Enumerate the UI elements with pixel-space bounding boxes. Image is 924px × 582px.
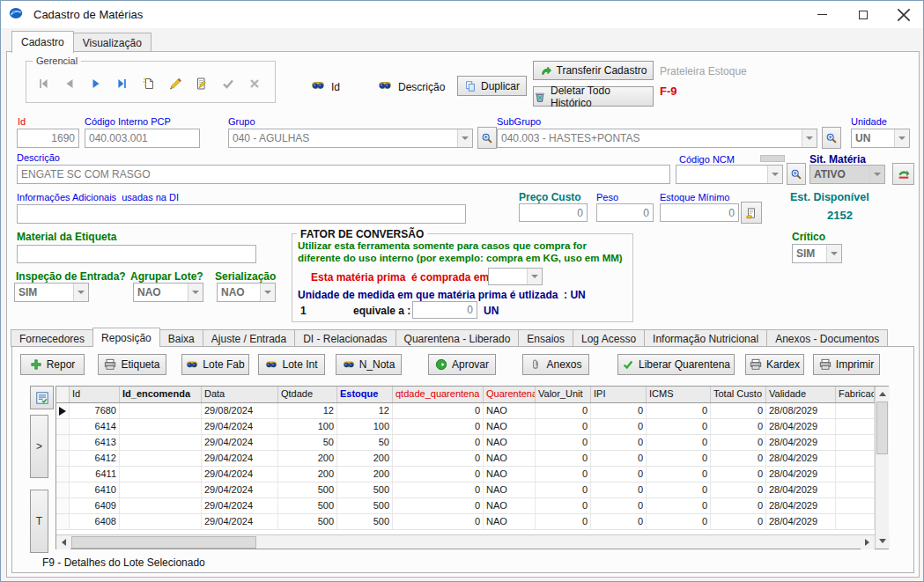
grid-column-header[interactable]: Id <box>70 387 120 402</box>
grid-column-header[interactable]: Validade <box>766 387 836 402</box>
tab-informação-nutricional[interactable]: Informação Nutricional <box>644 329 767 347</box>
grid-column-header[interactable]: Total Custo <box>711 387 766 402</box>
cancel-button[interactable] <box>244 73 265 94</box>
nav-prev-button[interactable] <box>59 73 80 94</box>
lote-fab-button[interactable]: Lote Fab <box>181 354 249 375</box>
grid-column-header[interactable]: Estoque <box>337 387 393 402</box>
maximize-button[interactable] <box>843 1 883 28</box>
grid-options-button[interactable] <box>30 386 54 409</box>
agrupar-lote-combo[interactable]: NAO <box>133 283 203 302</box>
scroll-left-icon[interactable] <box>56 535 70 549</box>
descricao-field[interactable]: ENGATE SC COM RASGO <box>17 165 670 184</box>
horizontal-scrollbar[interactable] <box>56 534 875 549</box>
t-button[interactable]: T <box>30 490 48 553</box>
table-row[interactable]: 768029/08/202412120NAO000028/08/2029 <box>56 403 875 419</box>
chevron-down-icon[interactable] <box>802 129 817 147</box>
tab-log-acesso[interactable]: Log Acesso <box>573 329 645 347</box>
search-descricao-label[interactable]: Descrição <box>398 81 445 93</box>
subgrupo-search-button[interactable] <box>822 127 841 149</box>
binoculars-icon[interactable] <box>378 78 392 92</box>
imprimir-button[interactable]: Imprimir <box>813 354 880 375</box>
grid-column-header[interactable]: Fabricacao <box>836 387 875 402</box>
nav-first-button[interactable] <box>33 73 54 94</box>
id-field[interactable]: 1690 <box>17 129 79 148</box>
confirm-button[interactable] <box>218 73 239 94</box>
comprada-em-combo[interactable] <box>488 268 543 285</box>
info-adicionais-field[interactable] <box>17 204 466 224</box>
tab-di-relacionadas[interactable]: DI - Relacionadas <box>294 329 395 347</box>
minimize-button[interactable] <box>802 1 842 28</box>
chevron-down-icon[interactable] <box>188 284 203 301</box>
n-nota-button[interactable]: N_Nota <box>336 354 402 375</box>
close-button[interactable] <box>883 1 923 28</box>
liberar-quarentena-button[interactable]: Liberar Quarentena <box>617 354 735 375</box>
tab-fornecedores[interactable]: Fornecedores <box>11 329 93 347</box>
aprovar-button[interactable]: Aprovar <box>428 354 496 375</box>
preco-custo-field[interactable]: 0 <box>519 203 588 222</box>
codigo-ncm-combo[interactable] <box>676 165 783 184</box>
grupo-search-button[interactable] <box>477 127 497 149</box>
search-id-label[interactable]: Id <box>331 81 340 93</box>
tab-visualização[interactable]: Visualização <box>73 33 152 52</box>
material-etiqueta-field[interactable] <box>17 245 256 263</box>
nav-next-button[interactable] <box>85 73 107 94</box>
unidade-combo[interactable]: UN <box>851 129 910 148</box>
critico-combo[interactable]: SIM <box>792 244 842 263</box>
grid-column-header[interactable]: Id_encomenda <box>120 387 202 402</box>
transferir-cadastro-button[interactable]: Transferir Cadastro <box>533 61 654 80</box>
new-record-button[interactable] <box>138 73 159 94</box>
kardex-button[interactable]: Kardex <box>745 354 804 375</box>
tab-cadastro[interactable]: Cadastro <box>11 31 74 53</box>
grid-column-header[interactable]: Quarentena <box>484 387 536 402</box>
peso-field[interactable]: 0 <box>596 203 654 222</box>
grid-column-header[interactable]: IPI <box>591 387 647 402</box>
nav-last-button[interactable] <box>112 73 133 94</box>
ncm-search-button[interactable] <box>787 163 806 185</box>
scroll-right-icon[interactable] <box>861 535 875 549</box>
table-row[interactable]: 641329/04/202450500NAO000028/04/2029 <box>56 435 875 451</box>
expand-button[interactable]: > <box>30 415 48 478</box>
inspecao-combo[interactable]: SIM <box>14 283 89 302</box>
chevron-down-icon[interactable] <box>767 166 782 183</box>
deletar-historico-button[interactable]: Deletar Todo Histórico <box>533 86 654 107</box>
grid-column-header[interactable]: Valor_Unit <box>536 387 591 402</box>
serializacao-combo[interactable]: NAO <box>217 283 276 302</box>
scroll-down-icon[interactable] <box>876 534 890 549</box>
table-row[interactable]: 640829/04/20245005000NAO000028/04/2029 <box>56 514 875 530</box>
table-row[interactable]: 641029/04/20245005000NAO000028/04/2029 <box>56 483 875 498</box>
vertical-scrollbar[interactable] <box>875 387 889 549</box>
estoque-minimo-field[interactable]: 0 <box>660 203 739 222</box>
grid-column-header[interactable]: Data <box>202 387 278 402</box>
duplicar-button[interactable]: Duplicar <box>457 76 527 96</box>
chevron-down-icon[interactable] <box>869 166 884 183</box>
chevron-down-icon[interactable] <box>457 129 472 147</box>
repor-button[interactable]: Repor <box>20 354 85 375</box>
tab-ensaios[interactable]: Ensaios <box>518 329 573 347</box>
chevron-down-icon[interactable] <box>826 245 841 262</box>
scroll-up-icon[interactable] <box>876 387 890 401</box>
post-record-button[interactable] <box>191 73 212 94</box>
grid-column-header[interactable]: qtdade_quarentena <box>393 387 484 402</box>
tab-ajuste-entrada[interactable]: Ajuste / Entrada <box>203 329 295 347</box>
table-row[interactable]: 641129/04/20242002000NAO000028/04/2029 <box>56 467 875 483</box>
tab-anexos-documentos[interactable]: Anexos - Documentos <box>766 329 888 347</box>
etiqueta-button[interactable]: Etiqueta <box>98 354 166 375</box>
chevron-down-icon[interactable] <box>527 269 542 284</box>
lote-int-button[interactable]: Lote Int <box>258 354 325 375</box>
tab-reposição[interactable]: Reposição <box>92 328 160 347</box>
tab-baixa[interactable]: Baixa <box>159 329 203 347</box>
tab-quarentena-liberado[interactable]: Quarentena - Liberado <box>395 329 520 347</box>
grid-column-header[interactable]: ICMS <box>647 387 711 402</box>
sit-materia-combo[interactable]: ATIVO <box>809 165 885 184</box>
edit-record-button[interactable] <box>165 73 186 94</box>
vertical-scroll-thumb[interactable] <box>876 402 888 454</box>
chevron-down-icon[interactable] <box>260 284 275 301</box>
binoculars-icon[interactable] <box>311 78 325 92</box>
horizontal-scroll-thumb[interactable] <box>71 536 256 549</box>
sit-materia-button[interactable] <box>892 163 914 185</box>
grid-column-header[interactable]: Qtdade <box>278 387 337 402</box>
codigo-interno-field[interactable]: 040.003.001 <box>85 129 200 148</box>
grupo-combo[interactable]: 040 - AGULHAS <box>228 129 473 148</box>
table-row[interactable]: 641229/04/20242002000NAO000028/04/2029 <box>56 451 875 467</box>
chevron-down-icon[interactable] <box>894 129 909 147</box>
